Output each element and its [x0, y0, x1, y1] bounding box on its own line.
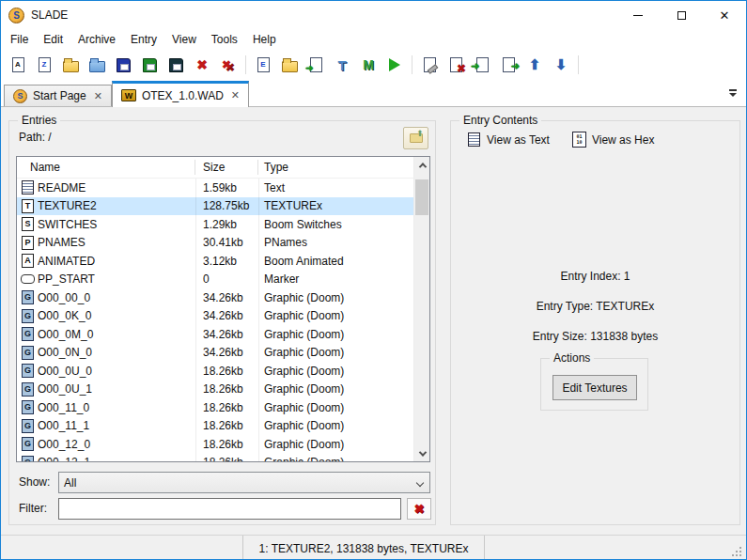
- entry-name: O00_11_0: [38, 401, 195, 414]
- entry-row[interactable]: PNAMES 30.41kb PNames: [17, 234, 413, 253]
- entry-row[interactable]: O00_0K_0 34.26kb Graphic (Doom): [17, 307, 413, 326]
- entry-type: Graphic (Doom): [258, 346, 413, 359]
- tab-label: Start Page: [33, 89, 86, 102]
- file-menu-item[interactable]: File: [3, 30, 36, 49]
- run-archive-button[interactable]: [383, 54, 406, 76]
- new-wad-button[interactable]: [7, 54, 29, 76]
- status-bar: 1: TEXTURE2, 131838 bytes, TEXTUREx: [1, 535, 746, 560]
- resize-grip[interactable]: [732, 547, 743, 558]
- edit-textures-button[interactable]: Edit Textures: [552, 375, 637, 400]
- rename-entry-button[interactable]: [418, 54, 441, 76]
- move-down-button[interactable]: [550, 54, 572, 76]
- entry-name: PP_START: [38, 272, 195, 286]
- entry-row[interactable]: O00_0U_0 18.26kb Graphic (Doom): [17, 362, 413, 381]
- save-all-icon: [167, 56, 184, 73]
- toolbar-separator: [245, 55, 246, 74]
- entry-row[interactable]: README 1.59kb Text: [17, 179, 413, 197]
- entry-name: O00_00_0: [38, 291, 195, 304]
- entry-type: Graphic (Doom): [258, 456, 413, 461]
- scrollbar-thumb[interactable]: [415, 179, 428, 215]
- scroll-down-button[interactable]: [414, 445, 430, 461]
- entry-row[interactable]: PP_START 0 Marker: [17, 271, 413, 289]
- scroll-up-button[interactable]: [414, 157, 430, 173]
- window-controls: ✕: [616, 1, 746, 29]
- map-editor-button[interactable]: [357, 54, 380, 76]
- entry-size: 34.26kb: [195, 291, 258, 304]
- entry-row[interactable]: TEXTURE2 128.75kb TEXTUREx: [17, 197, 413, 216]
- graphic-entry-icon: [21, 382, 35, 397]
- entry-menu-item[interactable]: Entry: [123, 30, 164, 49]
- entry-row[interactable]: O00_11_1 18.26kb Graphic (Doom): [17, 417, 413, 436]
- texture-editor-button[interactable]: [331, 54, 353, 76]
- open-archive-button[interactable]: [59, 54, 82, 76]
- move-up-button[interactable]: [523, 54, 546, 76]
- entry-row[interactable]: SWITCHES 1.29kb Boom Switches: [17, 215, 413, 234]
- new-zip-button[interactable]: [33, 54, 55, 76]
- save-archive-button[interactable]: [112, 54, 134, 76]
- delete-entry-button[interactable]: [444, 54, 467, 76]
- new-entry-button[interactable]: [252, 54, 274, 76]
- entry-row[interactable]: O00_12_1 18.26kb Graphic (Doom): [17, 454, 413, 462]
- minimize-button[interactable]: [616, 1, 660, 29]
- new-directory-button[interactable]: [278, 54, 301, 76]
- open-directory-button[interactable]: [86, 54, 108, 76]
- entry-name: O00_12_0: [38, 438, 195, 451]
- view-as-hex-button[interactable]: View as Hex: [569, 131, 657, 148]
- column-header-name[interactable]: Name: [17, 160, 195, 175]
- actions-panel: Actions Edit Textures: [540, 358, 648, 411]
- column-divider: [258, 179, 259, 461]
- close-button[interactable]: ✕: [703, 1, 746, 29]
- entry-size: 3.12kb: [195, 255, 258, 268]
- slade-window: SLADE ✕ FileEditArchiveEntryViewToolsHel…: [0, 0, 747, 560]
- view-as-text-button[interactable]: View as Text: [464, 131, 552, 148]
- help-menu-item[interactable]: Help: [245, 30, 284, 49]
- filter-input[interactable]: [58, 498, 401, 520]
- text-entry-icon: [21, 180, 35, 194]
- maximize-button[interactable]: [660, 1, 703, 29]
- close-archive-button[interactable]: [191, 54, 213, 76]
- entry-row[interactable]: O00_0M_0 34.26kb Graphic (Doom): [17, 325, 413, 344]
- tab-otex-wad[interactable]: OTEX_1.0.WAD ✕: [112, 81, 249, 107]
- save-archive-as-button[interactable]: [138, 54, 161, 76]
- save-archive-icon: [115, 56, 132, 73]
- show-filter-dropdown[interactable]: All: [58, 472, 430, 493]
- import-files-button[interactable]: [304, 54, 327, 76]
- entry-type-text: Entry Type: TEXTUREx: [451, 300, 739, 313]
- entry-row[interactable]: ANIMATED 3.12kb Boom Animated: [17, 252, 413, 271]
- entry-size: 34.26kb: [195, 346, 258, 359]
- tab-close-icon[interactable]: ✕: [231, 89, 240, 101]
- main-area: Entries Path: / Name Size Type README: [1, 107, 746, 535]
- entry-size: 18.26kb: [195, 419, 258, 432]
- entry-row[interactable]: O00_11_0 18.26kb Graphic (Doom): [17, 398, 413, 417]
- entry-type: Text: [258, 181, 413, 194]
- animated-entry-icon: [21, 254, 35, 268]
- entry-row[interactable]: O00_00_0 34.26kb Graphic (Doom): [17, 288, 413, 307]
- open-directory-icon: [88, 56, 105, 73]
- entry-row[interactable]: O00_0U_1 18.26kb Graphic (Doom): [17, 381, 413, 399]
- open-archive-icon: [62, 56, 79, 73]
- open-parent-folder-button[interactable]: [403, 127, 428, 149]
- vertical-scrollbar[interactable]: [413, 157, 429, 461]
- edit-menu-item[interactable]: Edit: [36, 30, 70, 49]
- column-header-size[interactable]: Size: [195, 160, 258, 175]
- column-header-type[interactable]: Type: [258, 160, 413, 175]
- entry-type: Graphic (Doom): [258, 328, 413, 341]
- entry-row[interactable]: O00_12_0 18.26kb Graphic (Doom): [17, 435, 413, 454]
- export-entry-button[interactable]: [497, 54, 520, 76]
- view-menu-item[interactable]: View: [164, 30, 204, 49]
- import-entry-button[interactable]: [471, 54, 493, 76]
- window-title: SLADE: [31, 8, 68, 22]
- close-all-button[interactable]: [217, 54, 240, 76]
- pnames-entry-icon: [21, 236, 35, 250]
- path-label: Path: /: [19, 131, 52, 144]
- save-all-button[interactable]: [164, 54, 187, 76]
- tab-close-icon[interactable]: ✕: [94, 90, 102, 102]
- view-as-text-label: View as Text: [487, 133, 550, 147]
- clear-filter-button[interactable]: [407, 498, 431, 520]
- tab-list-dropdown-icon[interactable]: [728, 88, 738, 98]
- archive-menu-item[interactable]: Archive: [70, 30, 123, 49]
- graphic-entry-icon: [21, 346, 35, 360]
- tab-start-page[interactable]: Start Page ✕: [4, 85, 112, 106]
- entry-row[interactable]: O00_0N_0 34.26kb Graphic (Doom): [17, 344, 413, 363]
- tools-menu-item[interactable]: Tools: [204, 30, 245, 49]
